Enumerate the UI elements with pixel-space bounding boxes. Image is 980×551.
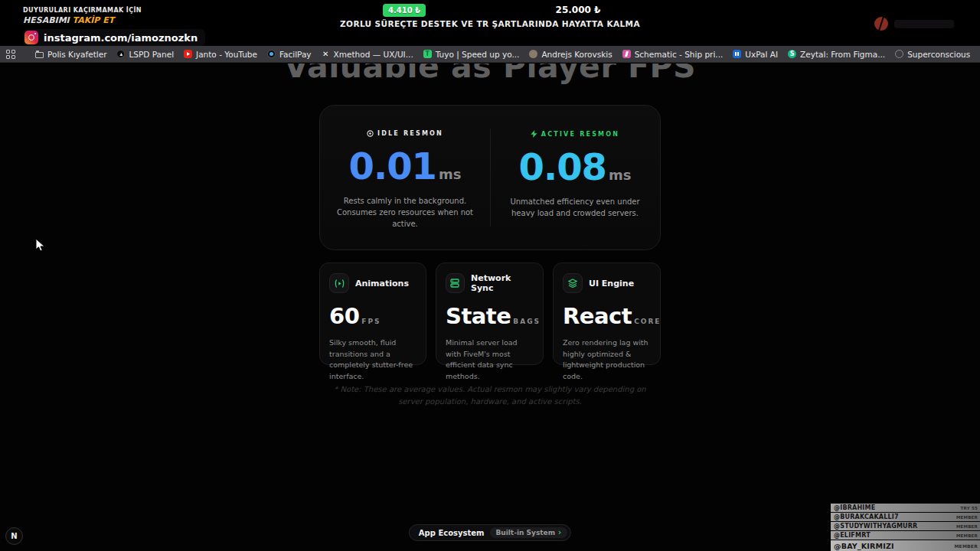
animations-card: Animations 60FPS Silky smooth, fluid tra… — [319, 262, 426, 365]
network-sync-card: Network Sync StateBAGS Minimal server lo… — [436, 262, 544, 365]
idle-resmon-desc: Rests calmly in the background. Consumes… — [328, 195, 482, 230]
instagram-icon — [24, 31, 38, 44]
card-title: Animations — [355, 279, 409, 289]
active-resmon-desc: Unmatched efficiency even under heavy lo… — [498, 196, 652, 219]
idle-resmon-value: 0.01 — [349, 145, 436, 187]
bookmark-superconscious[interactable]: Superconscious — [895, 50, 970, 59]
card-suffix: CORE — [634, 318, 661, 325]
mouse-cursor — [35, 238, 45, 253]
chat-badge: MEMBER — [956, 524, 978, 529]
facilpay-favicon-icon — [267, 50, 276, 58]
stats-divider — [490, 129, 491, 227]
bookmark-schematic[interactable]: Schematic - Ship pri... — [622, 50, 724, 59]
card-suffix: FPS — [361, 318, 381, 325]
active-resmon-label: ACTIVE RESMON — [541, 131, 619, 138]
idle-resmon-unit: ms — [439, 166, 461, 182]
chat-overlay: @IBRAHIME TRY 55 @BURAKCAKALLI7 MEMBER @… — [831, 503, 980, 551]
chat-username: @BURAKCAKALLI7 — [834, 514, 899, 520]
bookmarks-bar: Polis Kıyafetler LSPD Panel Janto - YouT… — [0, 46, 980, 63]
chat-badge: MEMBER — [956, 533, 978, 538]
bolt-icon — [531, 130, 537, 138]
youtube-icon — [184, 50, 192, 58]
nextjs-badge: N — [5, 527, 23, 545]
idle-resmon-label: IDLE RESMON — [377, 130, 443, 137]
chat-badge: MEMBER — [954, 543, 978, 549]
bookmark-label: Andrejs Korovskis — [541, 50, 612, 59]
avatar-icon — [529, 50, 537, 58]
card-value-row: StateBAGS — [446, 305, 534, 328]
idle-resmon-stat: IDLE RESMON 0.01ms Rests calmly in the b… — [320, 106, 490, 249]
bookmark-xmethod[interactable]: ✕ Xmethod — UX/UI... — [322, 50, 413, 59]
bookmark-andrejs-korovskis[interactable]: Andrejs Korovskis — [529, 50, 612, 59]
chevron-right-icon: › — [558, 529, 561, 536]
chat-row: @IBRAHIME TRY 55 — [831, 504, 980, 512]
active-resmon-unit: ms — [609, 167, 631, 183]
layers-icon — [563, 273, 583, 293]
bookmark-zeytal[interactable]: Zeytal: From Figma... — [788, 50, 885, 59]
bookmark-label: Tuyo | Speed up yo... — [436, 50, 520, 59]
bookmark-label: Zeytal: From Figma... — [800, 50, 885, 59]
card-desc: Silky smooth, fluid transitions and a co… — [329, 337, 416, 383]
instagram-handle: instagram.com/iamoznozkn — [44, 32, 198, 44]
bookmark-polis-kiyafetler[interactable]: Polis Kıyafetler — [35, 50, 106, 59]
bookmark-facilpay[interactable]: FacilPay — [267, 50, 312, 59]
chat-row: @BURAKCAKALLI7 MEMBER — [831, 513, 980, 521]
bookmark-tuyo[interactable]: Tuyo | Speed up yo... — [423, 50, 520, 59]
webpage: Valuable as Player FPS IDLE RESMON 0.01m… — [0, 64, 980, 551]
active-value-row: 0.08ms — [490, 148, 660, 185]
chat-row: @BAY_KIRMIZI MEMBER — [831, 540, 980, 551]
stream-logo — [874, 15, 959, 35]
announce-line1: DUYURULARI KAÇIRMAMAK İÇİN — [23, 7, 205, 14]
card-header: UI Engine — [563, 273, 651, 293]
feature-cards-row: Animations 60FPS Silky smooth, fluid tra… — [319, 262, 661, 365]
apps-grid-icon[interactable] — [6, 50, 15, 59]
ui-engine-card: UI Engine ReactCORE Zero rendering lag w… — [553, 262, 661, 365]
card-title: UI Engine — [589, 279, 634, 289]
uxpal-favicon-icon — [733, 50, 741, 58]
idle-value-row: 0.01ms — [320, 148, 490, 184]
card-title: Network Sync — [471, 273, 534, 293]
chat-badge: TRY 55 — [961, 506, 978, 510]
x-icon: ✕ — [322, 50, 330, 58]
chat-username: @STUDYWITHYAGMURR — [834, 523, 917, 530]
server-icon — [446, 273, 465, 293]
screen: DUYURULARI KAÇIRMAMAK İÇİN HESABIMI TAKİ… — [0, 0, 980, 551]
idle-resmon-label-row: IDLE RESMON — [320, 130, 490, 137]
chat-row: @ELIFMRT MEMBER — [831, 531, 980, 540]
bookmark-label: LSPD Panel — [129, 50, 174, 59]
built-in-system-badge: Built-in System › — [489, 527, 567, 538]
bookmark-label: Xmethod — UX/UI... — [334, 50, 413, 59]
bookmark-label: FacilPay — [279, 50, 312, 59]
resmon-stats-card: IDLE RESMON 0.01ms Rests calmly in the b… — [319, 105, 661, 250]
motion-icon — [329, 273, 349, 293]
moon-icon — [367, 130, 374, 137]
active-resmon-value: 0.08 — [519, 145, 606, 188]
schematic-favicon-icon — [622, 50, 631, 58]
donation-caption: ZORLU SÜREÇTE DESTEK VE TR ŞARTLARINDA H… — [0, 19, 980, 28]
chat-username: @ELIFMRT — [834, 532, 871, 539]
card-value: State — [446, 303, 511, 329]
lspd-favicon-icon — [116, 50, 125, 58]
active-resmon-label-row: ACTIVE RESMON — [490, 130, 660, 138]
logo-mark-icon — [874, 17, 888, 31]
bookmark-lspd-panel[interactable]: LSPD Panel — [116, 50, 174, 59]
zeytal-favicon-icon — [788, 50, 796, 58]
card-header: Animations — [329, 273, 416, 293]
bookmark-janto-youtube[interactable]: Janto - YouTube — [184, 50, 257, 59]
chat-username: @BAY_KIRMIZI — [834, 542, 894, 550]
card-header: Network Sync — [446, 273, 534, 293]
bookmark-label: UxPal AI — [745, 50, 778, 59]
donation-current-badge: 4.410 ₺ — [383, 4, 426, 17]
bookmark-label: Schematic - Ship pri... — [635, 50, 724, 59]
active-resmon-stat: ACTIVE RESMON 0.08ms Unmatched efficienc… — [490, 106, 660, 249]
tuyo-favicon-icon — [423, 50, 432, 58]
instagram-bar: instagram.com/iamoznozkn — [23, 29, 205, 46]
bookmark-uxpal-ai[interactable]: UxPal AI — [733, 50, 778, 59]
app-ecosystem-pill[interactable]: App Ecosystem Built-in System › — [409, 524, 571, 541]
logo-wordmark — [894, 20, 954, 28]
card-suffix: BAGS — [513, 318, 541, 325]
chat-badge: MEMBER — [956, 515, 978, 520]
card-value-row: ReactCORE — [563, 305, 651, 328]
page-title: Valuable as Player FPS — [0, 64, 980, 83]
chat-row: @STUDYWITHYAGMURR MEMBER — [831, 522, 980, 530]
